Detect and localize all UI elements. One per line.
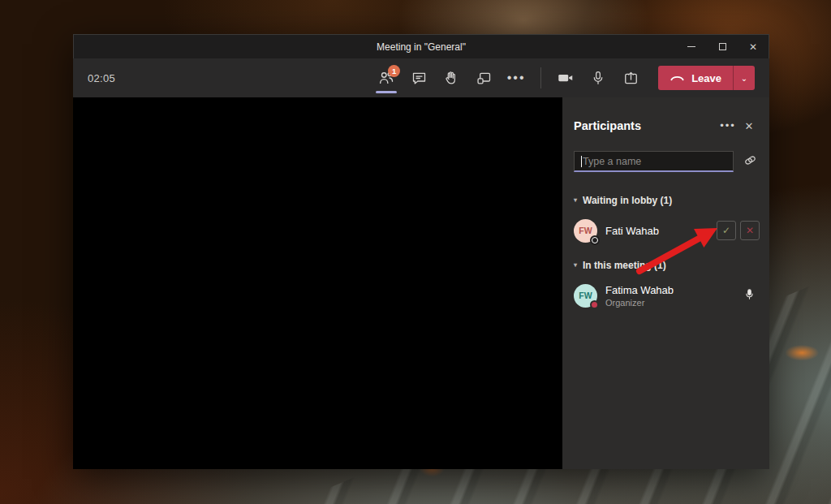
toolbar-divider <box>540 67 541 88</box>
deny-button[interactable]: ✕ <box>740 221 760 240</box>
panel-title: Participants <box>574 119 717 132</box>
meeting-participant-row: FW Fatima Wahab Organizer <box>574 281 760 310</box>
microphone-button[interactable] <box>582 62 614 94</box>
lobby-header-label: Waiting in lobby (1) <box>583 195 672 206</box>
copy-invite-link-button[interactable] <box>740 153 760 171</box>
share-screen-icon <box>622 70 639 87</box>
participants-toggle-button[interactable]: 1 <box>370 62 403 94</box>
hangup-phone-icon <box>670 72 685 84</box>
maximize-icon <box>719 43 726 50</box>
admit-button[interactable]: ✓ <box>717 221 736 240</box>
share-screen-button[interactable] <box>614 62 647 94</box>
participants-badge: 1 <box>388 65 400 77</box>
raised-hand-icon <box>443 70 460 87</box>
camera-icon <box>557 69 575 87</box>
leave-options-button[interactable]: ⌄ <box>734 66 755 90</box>
minimize-button[interactable] <box>676 35 707 58</box>
minimize-icon <box>687 46 695 47</box>
chat-icon <box>411 70 428 87</box>
meeting-section-header[interactable]: ▾ In this meeting (1) <box>574 260 760 271</box>
panel-more-button[interactable]: ••• <box>717 117 738 135</box>
breakout-rooms-icon <box>476 70 493 87</box>
lobby-participant-row: FW Fati Wahab ✓ ✕ <box>574 216 760 245</box>
leave-button[interactable]: Leave <box>658 66 733 90</box>
raise-hand-button[interactable] <box>435 62 467 94</box>
participant-name: Fati Wahab <box>605 225 713 237</box>
titlebar: Meeting in "General" ✕ <box>73 34 769 58</box>
busy-presence-dot <box>590 300 599 309</box>
avatar: FW <box>574 219 597 243</box>
participant-mic-button[interactable] <box>738 288 760 304</box>
teams-meeting-window: Meeting in "General" ✕ 02:05 1 <box>73 34 769 469</box>
meeting-header-label: In this meeting (1) <box>583 260 666 271</box>
close-icon: ✕ <box>749 42 757 52</box>
search-input[interactable]: Type a name <box>574 151 734 172</box>
leave-label: Leave <box>691 72 721 84</box>
meeting-timer: 02:05 <box>88 72 115 84</box>
leave-split-button[interactable]: Leave ⌄ <box>658 66 755 90</box>
avatar: FW <box>574 284 597 308</box>
x-icon: ✕ <box>746 225 754 236</box>
participant-role: Organizer <box>605 298 738 308</box>
close-button[interactable]: ✕ <box>738 35 769 58</box>
collapse-chevron-icon: ▾ <box>574 196 577 204</box>
more-actions-button[interactable]: ••• <box>500 62 532 94</box>
close-icon: ✕ <box>745 120 754 132</box>
microphone-icon <box>590 70 606 86</box>
collapse-chevron-icon: ▾ <box>574 261 577 269</box>
microphone-icon <box>743 288 756 304</box>
panel-close-button[interactable]: ✕ <box>738 117 760 135</box>
participants-panel: Participants ••• ✕ Type a name <box>562 97 769 469</box>
text-caret <box>581 156 582 167</box>
window-title: Meeting in "General" <box>74 41 769 53</box>
video-stage <box>73 97 562 469</box>
lobby-section-header[interactable]: ▾ Waiting in lobby (1) <box>574 195 760 206</box>
check-icon: ✓ <box>722 225 730 236</box>
participant-name: Fatima Wahab <box>605 284 738 296</box>
search-placeholder: Type a name <box>583 156 641 167</box>
link-icon <box>743 153 758 171</box>
waiting-status-icon <box>590 235 600 245</box>
breakout-rooms-button[interactable] <box>467 62 500 94</box>
more-actions-icon: ••• <box>507 75 526 80</box>
camera-button[interactable] <box>549 62 582 94</box>
more-icon: ••• <box>720 123 736 127</box>
meeting-toolbar: 02:05 1 <box>73 58 769 97</box>
maximize-button[interactable] <box>707 35 738 58</box>
chat-button[interactable] <box>403 62 435 94</box>
chevron-down-icon: ⌄ <box>741 74 747 83</box>
